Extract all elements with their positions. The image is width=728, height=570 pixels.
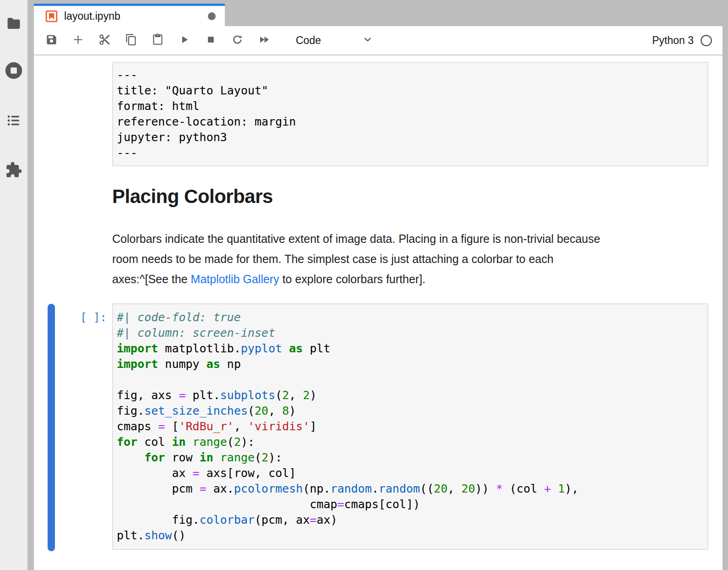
raw-line: format: html <box>117 99 704 114</box>
insert-cell-button[interactable] <box>70 31 86 49</box>
code-line: pcm = ax.pcolormesh(np.random.random((20… <box>117 481 704 497</box>
active-cell-collapser[interactable] <box>48 304 55 551</box>
cell-type-dropdown[interactable]: Code <box>296 31 374 49</box>
code-line: cmap=cmaps[col]) <box>117 497 704 512</box>
paragraph-line: Colorbars indicate the quantitative exte… <box>112 229 708 249</box>
tab-layout-ipynb[interactable]: layout.ipynb <box>34 4 225 26</box>
run-cell-button[interactable] <box>176 31 192 49</box>
paragraph-text: to explore colorbars further]. <box>279 273 426 285</box>
paste-cells-button[interactable] <box>149 31 166 49</box>
code-line: plt.show() <box>117 528 704 543</box>
code-line: fig, axs = plt.subplots(2, 2) <box>117 388 704 403</box>
raw-line: reference-location: margin <box>117 114 704 130</box>
code-line: #| column: screen-inset <box>117 325 704 341</box>
paragraph-text: Colorbars indicate the quantitative exte… <box>112 232 600 245</box>
markdown-heading: Placing Colorbars <box>112 186 273 208</box>
save-icon <box>45 33 58 47</box>
raw-line: --- <box>117 145 704 161</box>
code-line: fig.set_size_inches(20, 8) <box>117 403 704 419</box>
code-line <box>117 372 704 388</box>
refresh-icon <box>231 33 244 47</box>
paragraph-text: axes:^[See the <box>112 273 191 285</box>
copy-icon <box>125 33 137 47</box>
sidebar-item-extensions[interactable] <box>0 159 27 181</box>
code-line: #| code-fold: true <box>117 310 704 325</box>
clipboard-icon <box>152 33 164 47</box>
cut-cells-button[interactable] <box>96 31 113 49</box>
modified-indicator[interactable] <box>208 12 216 20</box>
raw-line: title: "Quarto Layout" <box>117 83 704 99</box>
sidebar-item-table-of-contents[interactable] <box>0 110 27 132</box>
sidebar-item-running-kernels[interactable] <box>0 60 27 82</box>
chevron-down-icon <box>362 33 374 47</box>
stop-circle-icon <box>4 61 23 82</box>
kernel-name[interactable]: Python 3 <box>652 34 694 47</box>
play-icon <box>178 33 190 47</box>
restart-run-all-button[interactable] <box>255 31 272 49</box>
kernel-zone: Python 3 <box>652 34 712 47</box>
restart-kernel-button[interactable] <box>229 31 245 49</box>
matplotlib-gallery-link[interactable]: Matplotlib Gallery <box>191 273 279 285</box>
interrupt-kernel-button[interactable] <box>202 31 219 49</box>
code-line: import numpy as np <box>117 356 704 372</box>
left-sidebar <box>0 0 27 570</box>
markdown-paragraph: Colorbars indicate the quantitative exte… <box>112 229 708 289</box>
cell-type-value: Code <box>296 34 321 47</box>
plus-icon <box>72 33 84 47</box>
notebook-toolbar: Code Python 3 <box>34 26 723 55</box>
raw-cell-editor[interactable]: ---title: "Quarto Layout"format: htmlref… <box>112 62 708 166</box>
tab-title: layout.ipynb <box>64 10 120 22</box>
fast-forward-icon <box>258 33 270 47</box>
cell-input-prompt: [ ]: <box>63 310 107 325</box>
save-button[interactable] <box>43 31 60 49</box>
kernel-status-icon <box>700 34 712 47</box>
scissors-icon <box>98 33 111 47</box>
sidebar-item-file-browser[interactable] <box>0 13 27 35</box>
raw-line: --- <box>117 67 704 83</box>
paragraph-text: room needs to be made for them. The simp… <box>112 252 554 265</box>
code-line: import matplotlib.pyplot as plt <box>117 341 704 356</box>
raw-line: jupyter: python3 <box>117 130 704 145</box>
code-line: for col in range(2): <box>117 434 704 450</box>
code-line: ax = axs[row, col] <box>117 466 704 481</box>
list-icon <box>6 113 22 130</box>
copy-cells-button[interactable] <box>123 31 139 49</box>
code-cell-editor[interactable]: #| code-fold: true#| column: screen-inse… <box>112 303 708 550</box>
code-line: cmaps = ['RdBu_r', 'viridis'] <box>117 419 704 434</box>
puzzle-icon <box>5 161 22 180</box>
dock-right-edge <box>723 0 728 570</box>
paragraph-line: room needs to be made for them. The simp… <box>112 249 708 269</box>
code-line: for row in range(2): <box>117 450 704 466</box>
code-line: fig.colorbar(pcm, ax=ax) <box>117 512 704 528</box>
paragraph-line: axes:^[See the Matplotlib Gallery to exp… <box>112 269 708 289</box>
stop-icon <box>205 33 217 47</box>
folder-icon <box>6 16 22 33</box>
notebook-icon <box>45 10 58 23</box>
